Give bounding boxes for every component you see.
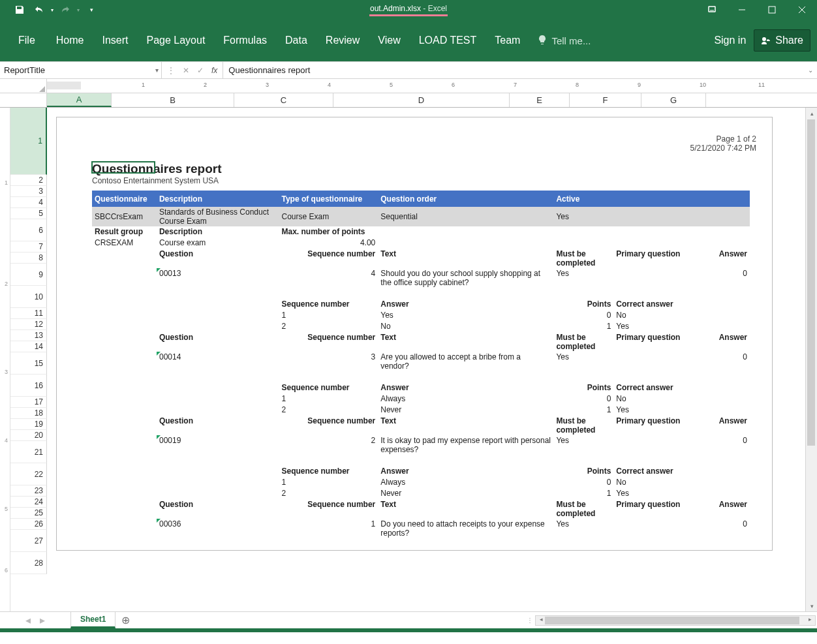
scroll-up-icon[interactable]: ▴ [806, 108, 817, 119]
row-header-15[interactable]: 15 [10, 352, 47, 375]
row-header-13[interactable]: 13 [10, 330, 47, 341]
tab-nav[interactable]: ◂ ▸ [0, 612, 70, 628]
row-header-18[interactable]: 18 [10, 408, 47, 419]
cell: Course Exam [279, 207, 378, 226]
select-all-corner[interactable] [0, 79, 47, 93]
col-header-g[interactable]: G [641, 93, 706, 107]
tab-review[interactable]: Review [316, 20, 369, 61]
vertical-scrollbar[interactable]: ▴ ▾ [805, 108, 817, 611]
enter-icon[interactable]: ✓ [197, 66, 204, 75]
minimize-icon[interactable] [727, 0, 757, 20]
row-header-4[interactable]: 4 [10, 197, 47, 208]
tab-insert[interactable]: Insert [93, 20, 137, 61]
tab-data[interactable]: Data [276, 20, 316, 61]
scroll-down-icon[interactable]: ▾ [806, 600, 817, 611]
tab-file[interactable]: File [7, 20, 47, 61]
v-scroll-thumb[interactable] [807, 119, 815, 446]
cell: Sequence number [279, 466, 378, 477]
worksheet[interactable]: Page 1 of 2 5/21/2020 7:42 PM Questionna… [47, 108, 805, 611]
cell [613, 352, 685, 371]
name-box-dropdown-icon[interactable]: ▾ [155, 67, 159, 74]
new-sheet-button[interactable]: ⊕ [116, 612, 135, 628]
tab-home[interactable]: Home [47, 20, 93, 61]
row-header-19[interactable]: 19 [10, 419, 47, 430]
tab-prev-icon[interactable]: ◂ [25, 614, 31, 626]
col-header-d[interactable]: D [333, 93, 510, 107]
row-header-11[interactable]: 11 [10, 308, 47, 319]
row-header-23[interactable]: 23 [10, 485, 47, 497]
cell: Yes [553, 207, 613, 226]
tab-team[interactable]: Team [486, 20, 529, 61]
cell [685, 238, 750, 249]
col-header-c[interactable]: C [234, 93, 333, 107]
row-header-6[interactable]: 6 [10, 219, 47, 241]
cell [92, 519, 157, 538]
row-header-25[interactable]: 25 [10, 508, 47, 519]
maximize-icon[interactable] [757, 0, 787, 20]
col-header-f[interactable]: F [570, 93, 641, 107]
tab-view[interactable]: View [369, 20, 409, 61]
sheet-tab-1[interactable]: Sheet1 [70, 612, 116, 628]
tab-next-icon[interactable]: ▸ [40, 614, 45, 626]
row-header-3[interactable]: 3 [10, 186, 47, 197]
row-header-1[interactable]: 1 [10, 108, 47, 175]
row-header-17[interactable]: 17 [10, 397, 47, 408]
scroll-right-icon[interactable]: ▸ [805, 616, 815, 622]
row-header-9[interactable]: 9 [10, 264, 47, 286]
row-header-12[interactable]: 12 [10, 319, 47, 330]
horizontal-scrollbar[interactable]: ⋮ ◂ ▸ [135, 612, 817, 628]
row-header-27[interactable]: 27 [10, 530, 47, 552]
save-icon[interactable] [10, 0, 29, 20]
tab-load-test[interactable]: LOAD TEST [410, 20, 486, 61]
row-header-7[interactable]: 7 [10, 241, 47, 253]
share-button[interactable]: Share [754, 29, 810, 52]
expand-formula-bar-icon[interactable]: ⌄ [804, 62, 817, 78]
row-header-26[interactable]: 26 [10, 519, 47, 530]
page-timestamp-text: 5/21/2020 7:42 PM [92, 144, 756, 153]
qat-customize-icon[interactable]: ▾ [82, 0, 101, 20]
h-scroll-track[interactable]: ◂ ▸ [535, 615, 816, 626]
row-header-22[interactable]: 22 [10, 463, 47, 485]
tell-me-search[interactable]: Tell me... [537, 35, 591, 47]
row-header-16[interactable]: 16 [10, 375, 47, 397]
cell: Must be completed [553, 499, 613, 519]
col-header-b[interactable]: B [112, 93, 234, 107]
row-header-2[interactable]: 2 [10, 175, 47, 186]
sign-in-button[interactable]: Sign in [706, 35, 754, 46]
ribbon-display-icon[interactable] [697, 0, 727, 20]
cell: Standards of Business Conduct Course Exa… [157, 207, 279, 226]
formula-dots-icon[interactable]: ⋮ [167, 66, 175, 75]
name-box[interactable]: ▾ [0, 62, 162, 78]
redo-icon[interactable] [55, 0, 75, 20]
h-scroll-thumb[interactable] [545, 617, 799, 624]
cancel-icon[interactable]: ✕ [183, 66, 189, 75]
row-header-10[interactable]: 10 [10, 286, 47, 308]
col-header-e[interactable]: E [510, 93, 570, 107]
close-icon[interactable] [787, 0, 817, 20]
tab-split-icon[interactable]: ⋮ [525, 617, 535, 624]
row-header-8[interactable]: 8 [10, 253, 47, 264]
undo-dropdown-icon[interactable]: ▾ [49, 0, 55, 20]
undo-icon[interactable] [29, 0, 49, 20]
row-header-14[interactable]: 14 [10, 341, 47, 352]
cell: 0 [553, 393, 613, 405]
name-box-input[interactable] [4, 65, 157, 75]
horizontal-ruler[interactable]: 1 2 3 4 5 6 7 8 9 10 11 [47, 79, 817, 93]
redo-dropdown-icon[interactable]: ▾ [75, 0, 82, 20]
cell: Should you do your school supply shoppin… [378, 268, 553, 288]
row-header-24[interactable]: 24 [10, 497, 47, 508]
formula-input[interactable] [223, 62, 804, 78]
vertical-ruler[interactable]: 1 2 3 4 5 6 [0, 108, 10, 611]
row-header-5[interactable]: 5 [10, 208, 47, 219]
table-row: Sequence numberAnswerPointsCorrect answe… [92, 299, 750, 310]
tab-formulas[interactable]: Formulas [214, 20, 276, 61]
row-header-28[interactable]: 28 [10, 552, 47, 574]
row-header-20[interactable]: 20 [10, 430, 47, 441]
fx-icon[interactable]: fx [211, 66, 217, 75]
col-header-a[interactable]: A [47, 93, 112, 107]
table-row: Sequence numberAnswerPointsCorrect answe… [92, 382, 750, 393]
cell [157, 477, 279, 488]
cell: 1 [279, 310, 378, 321]
row-header-21[interactable]: 21 [10, 441, 47, 463]
tab-page-layout[interactable]: Page Layout [137, 20, 214, 61]
